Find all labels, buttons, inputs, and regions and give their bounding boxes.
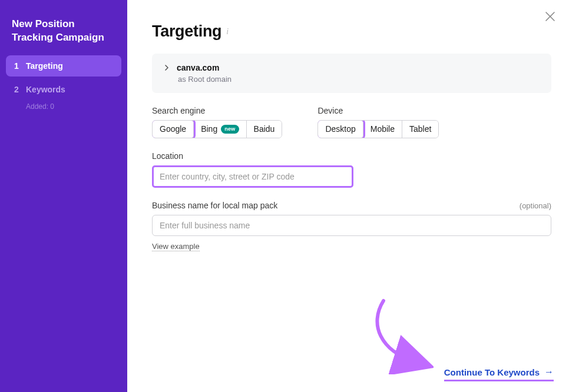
view-example-link[interactable]: View example [152,242,200,251]
device-label: Device [317,106,439,115]
sidebar-title: New Position Tracking Campaign [6,18,121,55]
business-input[interactable] [152,215,551,236]
info-icon[interactable]: i [226,27,229,36]
search-engine-group: Google Bing new Baidu [152,120,282,138]
step-targeting[interactable]: 1 Targeting [6,55,121,77]
device-field: Device Desktop Mobile Tablet [317,106,439,138]
domain-meta: as Root domain [164,75,540,84]
main-content: Targeting i canva.com as Root domain Sea… [127,0,569,392]
location-input[interactable] [152,165,353,188]
step-keywords-sub: Added: 0 [6,100,121,111]
page-title: Targeting i [152,22,551,41]
business-label: Business name for local map pack [152,201,277,210]
step-num-1: 1 [14,61,26,71]
annotation-arrow-icon [363,292,434,374]
continue-button[interactable]: Continue To Keywords → [444,367,554,381]
location-field: Location [152,151,551,188]
device-desktop[interactable]: Desktop [318,121,363,138]
step-keywords[interactable]: 2 Keywords [6,79,121,100]
new-badge: new [221,125,239,134]
device-mobile[interactable]: Mobile [363,121,402,138]
close-button[interactable] [543,9,560,26]
device-tablet[interactable]: Tablet [402,121,438,138]
domain-name: canva.com [177,63,219,72]
search-engine-label: Search engine [152,106,282,115]
device-group: Desktop Mobile Tablet [317,120,439,138]
sidebar: New Position Tracking Campaign 1 Targeti… [0,0,127,392]
location-label: Location [152,151,551,161]
chevron-right-icon [164,64,170,72]
step-num-2: 2 [14,85,26,94]
search-engine-bing[interactable]: Bing new [194,121,246,138]
search-engine-google[interactable]: Google [153,121,194,138]
search-engine-baidu[interactable]: Baidu [247,121,282,138]
search-engine-field: Search engine Google Bing new Baidu [152,106,282,138]
business-field: Business name for local map pack (option… [152,201,551,251]
step-label-2: Keywords [26,85,65,94]
close-icon [543,9,557,24]
arrow-right-icon: → [544,367,554,377]
step-label-1: Targeting [26,61,63,71]
optional-label: (optional) [520,201,551,210]
domain-card[interactable]: canva.com as Root domain [152,54,551,93]
